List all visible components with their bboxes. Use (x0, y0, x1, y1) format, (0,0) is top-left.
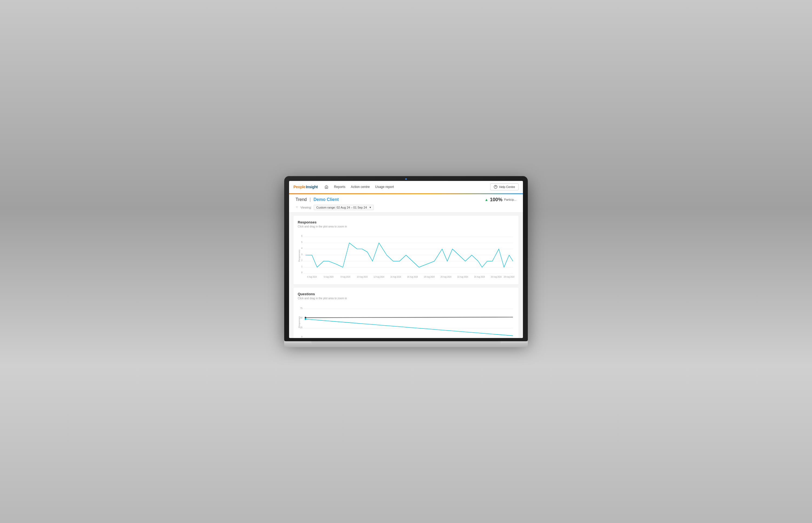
participation-icon: ▲ (485, 197, 488, 202)
date-range-selector[interactable]: Custom range: 02 Aug 24 – 01 Sep 24 ▼ (314, 205, 374, 210)
page-header: Trend | Demo Client ▲ 100% Particip... (289, 194, 523, 213)
help-centre-label: Help Centre (499, 185, 515, 188)
screen-area: PeopleInsight Reports Action centre Usag… (289, 181, 523, 338)
title-separator: | (310, 197, 311, 202)
responses-chart-hint: Click and drag in the plot area to zoom … (298, 225, 514, 228)
help-centre-button[interactable]: Help Centre (490, 183, 518, 191)
x-label-2: 6 Aug 2024 (324, 275, 334, 278)
chevron-down-icon: ▼ (369, 206, 372, 209)
content-area: Responses Click and drag in the plot are… (289, 213, 523, 338)
laptop-frame: PeopleInsight Reports Action centre Usag… (284, 176, 528, 347)
questions-chart-wrapper[interactable]: 75 50 25 0 Responses (298, 303, 514, 338)
x-label-1: 4 Aug 2024 (307, 275, 317, 278)
x-label-12: 26 Aug 2024 (491, 275, 502, 278)
x-label-5: 12 Aug 2024 (374, 275, 384, 278)
q-y-axis-title: Responses (298, 316, 300, 328)
x-label-11: 24 Aug 2024 (474, 275, 485, 278)
help-icon (494, 185, 497, 189)
x-label-13: 28 Aug 2024 (504, 275, 514, 278)
q-y-label-75: 75 (300, 307, 303, 310)
x-label-4: 10 Aug 2024 (357, 275, 368, 278)
x-label-10: 22 Aug 2024 (457, 275, 469, 278)
questions-chart-svg: 75 50 25 0 Responses (298, 303, 514, 338)
q-y-label-0: 0 (301, 335, 303, 338)
x-label-6: 14 Aug 2024 (390, 275, 401, 278)
y-label-2: 2 (301, 259, 303, 262)
x-label-7: 16 Aug 2024 (407, 275, 418, 278)
participation-label: Particip... (504, 198, 516, 201)
page-title-row: Trend | Demo Client ▲ 100% Particip... (296, 197, 516, 203)
questions-line-dark (306, 317, 513, 318)
logo-insight: Insight (306, 185, 318, 189)
participation-badge: ▲ 100% Particip... (485, 197, 516, 203)
viewing-row: Viewing: Custom range: 02 Aug 24 – 01 Se… (296, 205, 516, 210)
questions-chart-title: Questions (298, 292, 514, 296)
client-name: Demo Client (314, 197, 339, 202)
nav-link-reports[interactable]: Reports (334, 184, 345, 190)
logo-text: PeopleInsight (294, 185, 318, 189)
filter-icon (296, 206, 298, 209)
participation-pct: 100% (490, 197, 502, 203)
app-container: PeopleInsight Reports Action centre Usag… (289, 181, 523, 338)
q-y-label-50: 50 (300, 316, 303, 319)
viewing-icon-area (296, 206, 298, 209)
screen-bezel: PeopleInsight Reports Action centre Usag… (284, 176, 528, 341)
questions-dot-cyan (305, 318, 306, 320)
x-label-9: 20 Aug 2024 (441, 275, 452, 278)
y-label-3: 3 (301, 253, 303, 256)
logo: PeopleInsight (294, 185, 318, 189)
questions-chart-hint: Click and drag in the plot area to zoom … (298, 297, 514, 300)
x-label-8: 18 Aug 2024 (424, 275, 435, 278)
questions-line-cyan (306, 319, 513, 336)
nav-links: Reports Action centre Usage report (334, 184, 490, 190)
trackpad (311, 341, 501, 345)
responses-chart-wrapper[interactable]: 6 5 4 3 2 1 0 Responses (298, 231, 514, 280)
responses-chart-title: Responses (298, 220, 514, 224)
y-label-5: 5 (301, 240, 303, 244)
y-label-1: 1 (301, 265, 303, 268)
q-y-label-25: 25 (300, 326, 303, 329)
laptop-base (284, 341, 528, 347)
camera-dot (405, 178, 407, 180)
y-axis-title: Responses (298, 250, 300, 262)
date-range-value: Custom range: 02 Aug 24 – 01 Sep 24 (316, 206, 367, 209)
x-label-3: 8 Aug 2024 (340, 275, 351, 278)
y-label-4: 4 (301, 247, 303, 250)
y-label-6: 6 (301, 234, 303, 237)
responses-chart-svg: 6 5 4 3 2 1 0 Responses (298, 231, 514, 280)
logo-people: People (294, 185, 305, 189)
responses-chart-section: Responses Click and drag in the plot are… (294, 216, 518, 284)
page-title-area: Trend | Demo Client (296, 197, 339, 202)
nav-link-action-centre[interactable]: Action centre (351, 184, 370, 190)
viewing-label-text: Viewing: (300, 206, 311, 209)
y-label-0: 0 (301, 271, 303, 274)
home-icon[interactable] (323, 184, 330, 190)
nav-link-usage-report[interactable]: Usage report (375, 184, 394, 190)
page-title: Trend (296, 197, 307, 202)
navbar: PeopleInsight Reports Action centre Usag… (289, 181, 523, 193)
questions-chart-section: Questions Click and drag in the plot are… (294, 288, 518, 338)
